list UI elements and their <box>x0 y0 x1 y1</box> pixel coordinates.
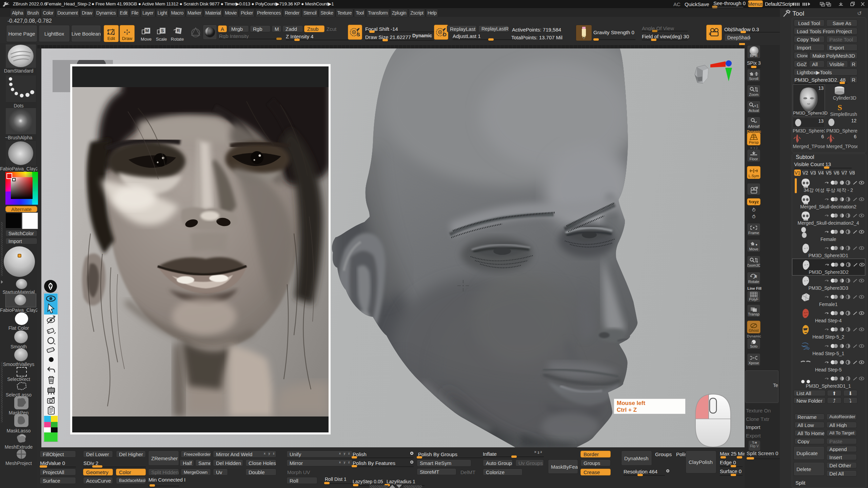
svg-text:D: D <box>443 32 447 37</box>
svg-text:M: M <box>145 28 149 33</box>
svg-text:S: S <box>357 32 360 37</box>
svg-text:S: S <box>161 28 164 33</box>
svg-text:R: R <box>754 274 757 279</box>
svg-text:R: R <box>177 28 180 33</box>
svg-text:S: S <box>837 103 842 112</box>
